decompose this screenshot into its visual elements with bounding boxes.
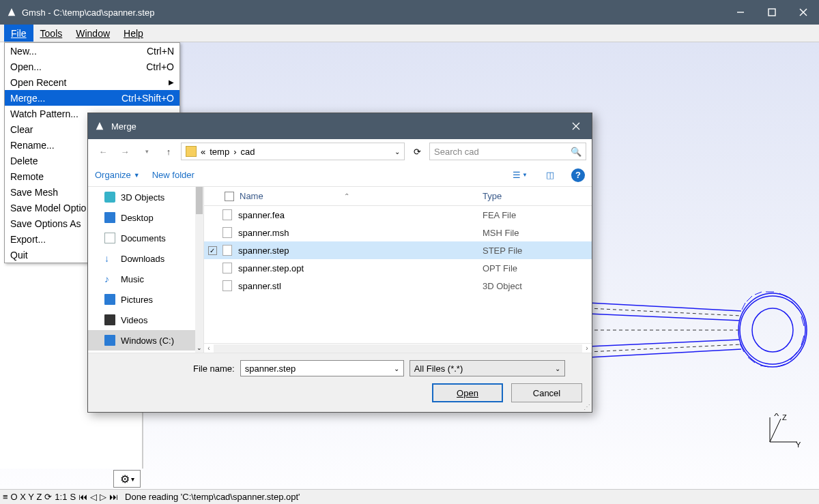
rotate-icon[interactable]: ⟳: [44, 492, 52, 502]
doc-icon: [104, 233, 115, 243]
sort-arrow-icon: ⌃: [344, 192, 349, 200]
sidebar-item[interactable]: Pictures: [88, 289, 203, 310]
status-message: Done reading 'C:\temp\cad\spanner.step.o…: [125, 492, 300, 502]
breadcrumb-seg-cad[interactable]: cad: [240, 147, 255, 157]
file-name-cell: spanner.step: [234, 246, 483, 256]
window-title: Gmsh - C:\temp\cad\spanner.step: [22, 8, 725, 18]
sidebar-item-label: Windows (C:): [121, 336, 174, 346]
svg-line-6: [770, 419, 781, 442]
file-name-input[interactable]: spanner.step ⌄: [240, 360, 404, 376]
close-button[interactable]: [788, 0, 819, 25]
sidebar-item-label: Downloads: [121, 254, 164, 264]
column-type-header[interactable]: Type: [483, 191, 592, 201]
file-menu-item[interactable]: Open Recent▶: [5, 74, 179, 90]
help-button[interactable]: ?: [571, 168, 585, 182]
desk-icon: [104, 212, 115, 223]
file-name-label: File name:: [193, 364, 235, 374]
view-mode-button[interactable]: ☰▼: [511, 168, 529, 183]
open-button[interactable]: Open: [432, 383, 503, 402]
sidebar-item[interactable]: Windows (C:): [88, 330, 203, 351]
nav-back-button[interactable]: ←: [94, 142, 113, 161]
file-type-cell: 3D Object: [483, 281, 592, 291]
axis-z-label: Z: [782, 413, 787, 421]
file-icon: [222, 245, 232, 256]
sidebar-item[interactable]: 3D Objects: [88, 187, 203, 207]
dialog-nav-row: ← → ▾ ↑ « temp › cad ⌄ ⟳ Search cad 🔍: [88, 139, 592, 164]
breadcrumb-seg-temp[interactable]: temp: [210, 147, 229, 157]
sidebar-item-label: Pictures: [121, 295, 153, 305]
window-titlebar: Gmsh - C:\temp\cad\spanner.step: [0, 0, 819, 25]
sidebar-item[interactable]: Desktop: [88, 207, 203, 228]
nav-forward-button[interactable]: →: [115, 142, 134, 161]
file-type-filter[interactable]: All Files (*.*) ⌄: [410, 360, 565, 376]
file-list-hscrollbar[interactable]: ‹›: [204, 343, 592, 353]
file-row[interactable]: spanner.stl3D Object: [204, 277, 592, 295]
menu-icon[interactable]: ≡: [3, 492, 8, 502]
menu-tools[interactable]: Tools: [33, 25, 70, 42]
sidebar-item[interactable]: Videos: [88, 310, 203, 330]
dialog-sidebar: 3D ObjectsDesktopDocuments↓Downloads♪Mus…: [88, 187, 204, 353]
file-row[interactable]: spanner.feaFEA File: [204, 206, 592, 224]
nav-up-button[interactable]: ↑: [159, 142, 178, 161]
column-name-header[interactable]: Name: [240, 191, 263, 201]
play-last-icon[interactable]: ⏭: [109, 492, 118, 502]
svg-line-13: [588, 349, 741, 357]
cancel-button[interactable]: Cancel: [511, 383, 582, 402]
down-icon: ↓: [104, 253, 115, 264]
svg-point-7: [738, 293, 807, 367]
file-type-cell: MSH File: [483, 228, 592, 238]
sidebar-item[interactable]: Documents: [88, 228, 203, 248]
refresh-button[interactable]: ⟳: [407, 143, 427, 160]
search-placeholder: Search cad: [434, 147, 479, 157]
menu-help[interactable]: Help: [117, 25, 150, 42]
new-folder-button[interactable]: New folder: [152, 170, 195, 180]
svg-line-10: [588, 303, 741, 311]
file-type-cell: STEP File: [483, 246, 592, 256]
filter-dropdown-icon[interactable]: ⌄: [555, 365, 560, 372]
file-row-checkbox[interactable]: ✓: [208, 246, 217, 255]
sidebar-item[interactable]: ♪Music: [88, 269, 203, 289]
file-row[interactable]: ✓spanner.stepSTEP File: [204, 241, 592, 259]
sidebar-scrollbar[interactable]: ⌄: [195, 187, 203, 353]
file-name-cell: spanner.stl: [234, 281, 483, 291]
search-input[interactable]: Search cad 🔍: [429, 143, 586, 160]
dialog-close-button[interactable]: [560, 113, 592, 139]
file-name-dropdown-icon[interactable]: ⌄: [394, 365, 399, 372]
sidebar-item-label: Documents: [121, 233, 166, 243]
model-wireframe: [588, 262, 814, 398]
resize-grip-icon[interactable]: ⋰: [584, 403, 590, 411]
status-s[interactable]: S: [70, 492, 76, 502]
status-axes[interactable]: O X Y Z: [11, 492, 42, 502]
pic-icon: [104, 294, 115, 305]
folder-icon: [186, 146, 197, 157]
file-menu-item[interactable]: New...Ctrl+N: [5, 43, 179, 59]
breadcrumb-bar[interactable]: « temp › cad ⌄: [181, 143, 405, 160]
select-all-checkbox[interactable]: [225, 192, 234, 201]
file-name-cell: spanner.msh: [234, 228, 483, 238]
axis-gizmo: Z Y X: [760, 413, 801, 454]
breadcrumb-dropdown-icon[interactable]: ⌄: [394, 148, 400, 155]
play-prev-icon[interactable]: ◁: [90, 492, 97, 502]
file-menu-item[interactable]: Open...Ctrl+O: [5, 59, 179, 74]
organize-dropdown[interactable]: Organize▼: [95, 170, 140, 180]
sidebar-item[interactable]: ↓Downloads: [88, 248, 203, 269]
axis-x-label: X: [774, 413, 779, 417]
menu-window[interactable]: Window: [69, 25, 117, 42]
app-logo-icon: [7, 8, 16, 17]
maximize-button[interactable]: [756, 0, 788, 25]
merge-dialog: Merge ← → ▾ ↑ « temp › cad ⌄ ⟳ Search ca…: [87, 113, 592, 413]
minimize-button[interactable]: [725, 0, 756, 25]
settings-gear-button[interactable]: ⚙︎▾: [113, 470, 141, 488]
play-first-icon[interactable]: ⏮: [78, 492, 87, 502]
preview-pane-button[interactable]: ◫: [541, 168, 559, 183]
status-scale[interactable]: 1:1: [55, 492, 67, 502]
play-next-icon[interactable]: ▷: [100, 492, 106, 502]
file-row[interactable]: spanner.step.optOPT File: [204, 259, 592, 277]
file-menu-item[interactable]: Merge...Ctrl+Shift+O: [5, 90, 179, 106]
win-icon: [104, 335, 115, 346]
file-icon: [222, 280, 232, 291]
file-row[interactable]: spanner.mshMSH File: [204, 224, 592, 241]
dialog-title: Merge: [111, 121, 560, 132]
menu-file[interactable]: File: [4, 25, 33, 42]
nav-recent-dropdown[interactable]: ▾: [137, 142, 156, 161]
